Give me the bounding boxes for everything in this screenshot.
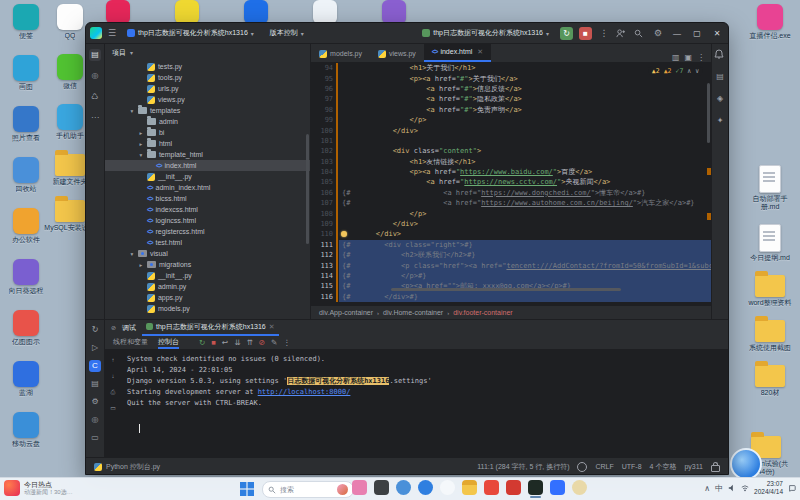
taskbar-clock[interactable]: 23:07 2024/4/14 — [754, 480, 783, 496]
gradle-tool-icon[interactable]: ◈ — [714, 93, 726, 105]
interpreter[interactable]: py311 — [684, 463, 703, 470]
news-widget[interactable]: 今日热点 动漫新闻！30选… — [4, 480, 73, 496]
close-session-icon[interactable]: ✕ — [269, 323, 275, 331]
more-tools-icon[interactable]: ⋯ — [89, 112, 101, 124]
console-output[interactable]: System check identified no issues (0 sil… — [121, 350, 728, 457]
run-config-widget[interactable]: thp日志数据可视化分析系统hx1316 ▾ — [417, 26, 554, 40]
tab-options-icon[interactable]: ⋮ — [697, 53, 705, 62]
print-icon[interactable]: ⎙ — [107, 386, 119, 398]
ai-assistant-icon[interactable]: ✦ — [714, 115, 726, 127]
notifications-bell-icon[interactable] — [714, 49, 726, 61]
close-button[interactable]: ✕ — [710, 29, 724, 38]
rerun-console-icon[interactable]: ↻ — [199, 338, 205, 347]
tree-item-registercss.html[interactable]: <>registercss.html — [105, 226, 310, 237]
file-encoding[interactable]: UTF-8 — [622, 463, 642, 470]
tree-item-migrations[interactable]: ▸migrations — [105, 259, 310, 270]
desktop-shortcut[interactable]: 直播伴侣.exe — [744, 4, 796, 40]
caret-position[interactable]: 111:1 (284 字符, 5 行, 换行符) — [477, 462, 569, 472]
more-console-icon[interactable]: ⋮ — [283, 338, 291, 347]
breadcrumb-item[interactable]: div.footer-container — [453, 309, 512, 316]
desktop-shortcut[interactable] — [230, 0, 282, 24]
softwrap-icon[interactable]: ↩ — [222, 338, 228, 347]
prev-next-icons[interactable]: ∧ ∨ — [687, 67, 699, 75]
editor-tab-views.py[interactable]: views.py — [370, 45, 424, 62]
tree-item-admin.py[interactable]: admin.py — [105, 281, 310, 292]
breadcrumb-item[interactable]: div.App-container — [319, 309, 373, 316]
tree-item-views.py[interactable]: views.py — [105, 94, 310, 105]
tree-item-__init__.py[interactable]: __init__.py — [105, 270, 310, 281]
tray-chevron-up-icon[interactable]: ∧ — [704, 484, 710, 493]
tree-item-bi[interactable]: ▸bi — [105, 127, 310, 138]
desktop-shortcut[interactable]: 820材 — [744, 365, 796, 397]
layout-icon[interactable]: ▣ — [685, 53, 693, 62]
code-with-me-icon[interactable] — [616, 29, 628, 38]
edge-icon[interactable] — [418, 480, 433, 495]
editor-tab-index.html[interactable]: <>index.html✕ — [424, 43, 491, 62]
pin-icon[interactable]: ◎ — [89, 414, 101, 426]
desktop-shortcut[interactable]: 蓝湖 — [0, 361, 52, 397]
tree-item-bicss.html[interactable]: <>bicss.html — [105, 193, 310, 204]
mute-icon[interactable]: ⊘ — [259, 338, 265, 347]
desktop-shortcut[interactable]: 自动部署手册.md — [744, 165, 796, 211]
desktop-shortcut[interactable] — [161, 0, 213, 24]
tree-item-apps.py[interactable]: apps.py — [105, 292, 310, 303]
pycharm-icon[interactable] — [528, 480, 543, 495]
maximize-button[interactable]: ▢ — [690, 29, 704, 38]
tree-item-tests.py[interactable]: tests.py — [105, 61, 310, 72]
tree-chevron-icon[interactable]: ▾ — [129, 108, 135, 114]
edit-icon[interactable]: ✎ — [271, 338, 277, 347]
ime-indicator[interactable]: 中 — [715, 483, 723, 494]
project-scrollbar[interactable] — [306, 134, 309, 244]
python-console-icon[interactable]: C — [89, 360, 101, 372]
debug-session-tab[interactable]: thp日志数据可视化分析系统hx1316 ✕ — [142, 319, 279, 336]
snip-tool-icon[interactable] — [374, 480, 389, 495]
file-explorer-icon[interactable] — [462, 480, 477, 495]
desktop-shortcut[interactable]: 移动云盘 — [0, 412, 52, 448]
tree-item-test.html[interactable]: <>test.html — [105, 237, 310, 248]
chrome-icon[interactable] — [396, 480, 411, 495]
tree-item-index.html[interactable]: <>index.html — [105, 160, 310, 171]
vcs-widget[interactable]: 版本控制 ▾ — [265, 26, 309, 40]
browser-desktop-icon[interactable] — [730, 448, 762, 480]
main-menu-icon[interactable]: ☰ — [108, 28, 116, 38]
tab-threads-variables[interactable]: 线程和变量 — [113, 337, 148, 347]
split-editor-icon[interactable]: ▥ — [672, 53, 680, 62]
line-separator[interactable]: CRLF — [595, 463, 613, 470]
editor-tab-models.py[interactable]: models.py — [311, 45, 370, 62]
inspections-widget[interactable]: ▲2 ▲2 ✓7 ∧ ∨ — [648, 66, 703, 76]
photos-app-icon[interactable] — [352, 480, 367, 495]
tree-item-visual[interactable]: ▾visual — [105, 248, 310, 259]
database-tool-icon[interactable]: ▤ — [714, 71, 726, 83]
tree-item-indexcss.html[interactable]: <>indexcss.html — [105, 204, 310, 215]
tree-chevron-icon[interactable]: ▾ — [138, 152, 144, 158]
project-panel-header[interactable]: 项目 ▾ — [105, 44, 310, 61]
clear-icon[interactable]: ▭ — [107, 402, 119, 414]
qq-taskbar-icon[interactable] — [484, 480, 499, 495]
status-gear-icon[interactable] — [577, 462, 587, 472]
taskbar-search[interactable]: 搜索 — [262, 481, 354, 498]
desktop-shortcut[interactable]: 亿图图示 — [0, 310, 52, 346]
tree-chevron-icon[interactable]: ▾ — [129, 251, 135, 257]
frames-icon[interactable]: ▤ — [89, 378, 101, 390]
tree-chevron-icon[interactable]: ▸ — [138, 141, 144, 147]
minimize-button[interactable]: — — [670, 29, 684, 38]
tree-item-html[interactable]: ▸html — [105, 138, 310, 149]
tree-item-admin[interactable]: admin — [105, 116, 310, 127]
scroll-down-icon[interactable]: ⇊ — [234, 338, 240, 347]
notifications-icon[interactable] — [788, 484, 796, 492]
resume-icon[interactable]: ▷ — [89, 342, 101, 354]
vertical-scrollbar[interactable] — [707, 83, 710, 143]
tree-item-admin_index.html[interactable]: <>admin_index.html — [105, 182, 310, 193]
volume-icon[interactable] — [728, 484, 736, 492]
scroll-bottom-icon[interactable]: ↓ — [107, 370, 119, 382]
netease-icon[interactable] — [506, 480, 521, 495]
tree-chevron-icon[interactable]: ▸ — [138, 262, 144, 268]
tree-item-logincss.html[interactable]: <>logincss.html — [105, 215, 310, 226]
search-everywhere-icon[interactable] — [634, 29, 646, 38]
project-widget[interactable]: thp日志数据可视化分析系统hx1316 ▾ — [122, 26, 259, 40]
desktop-shortcut[interactable]: 今日提纲.md — [744, 224, 796, 262]
desktop-shortcut[interactable]: 向日葵远程 — [0, 259, 52, 295]
code-editor[interactable]: ▲2 ▲2 ✓7 ∧ ∨ 94 <h1>关于我们</h1>95 <p><a hr… — [311, 63, 711, 305]
settings-debug-icon[interactable]: ⚙ — [89, 396, 101, 408]
stop-button[interactable]: ■ — [579, 27, 592, 40]
